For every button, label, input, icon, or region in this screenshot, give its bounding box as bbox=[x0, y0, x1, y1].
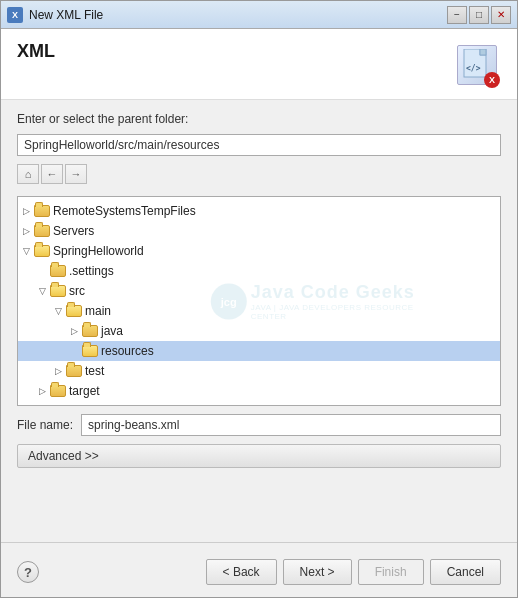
indent-1b bbox=[18, 281, 34, 301]
xml-file-icon: </> X bbox=[457, 45, 497, 85]
tree-item-src[interactable]: ▽ src bbox=[18, 281, 500, 301]
footer: ? < Back Next > Finish Cancel bbox=[1, 551, 517, 597]
expander-test: ▷ bbox=[50, 363, 66, 379]
label-servers: Servers bbox=[53, 224, 94, 238]
folder-path-input[interactable] bbox=[17, 134, 501, 156]
file-name-row: File name: bbox=[17, 414, 501, 436]
indent-4c bbox=[50, 341, 66, 361]
tree-item-spring[interactable]: ▽ SpringHelloworld bbox=[18, 241, 500, 261]
back-nav-button[interactable]: < Back bbox=[206, 559, 277, 585]
label-test: test bbox=[85, 364, 104, 378]
title-bar: X New XML File − □ ✕ bbox=[1, 1, 517, 29]
tree-item-remote[interactable]: ▷ RemoteSystemsTempFiles bbox=[18, 201, 500, 221]
cancel-button[interactable]: Cancel bbox=[430, 559, 501, 585]
indent-3b bbox=[34, 321, 50, 341]
window-title: New XML File bbox=[29, 8, 103, 22]
indent-3c bbox=[50, 321, 66, 341]
tree-item-resources[interactable]: resources bbox=[18, 341, 500, 361]
folder-icon-test bbox=[66, 364, 82, 378]
folder-label: Enter or select the parent folder: bbox=[17, 112, 501, 126]
expander-java: ▷ bbox=[66, 323, 82, 339]
folder-icon-remote bbox=[34, 204, 50, 218]
tree-item-java[interactable]: ▷ java bbox=[18, 321, 500, 341]
indent-5b bbox=[34, 361, 50, 381]
header-section: XML </> X bbox=[1, 29, 517, 100]
indent-2a bbox=[18, 301, 34, 321]
dialog-window: X New XML File − □ ✕ XML </> X Ente bbox=[0, 0, 518, 598]
tree-item-servers[interactable]: ▷ Servers bbox=[18, 221, 500, 241]
dialog-title: XML bbox=[17, 41, 55, 62]
expander-servers: ▷ bbox=[18, 223, 34, 239]
indent-3a bbox=[18, 321, 34, 341]
indent-4a bbox=[18, 341, 34, 361]
title-bar-left: X New XML File bbox=[7, 7, 103, 23]
indent-2b bbox=[34, 301, 50, 321]
finish-button[interactable]: Finish bbox=[358, 559, 424, 585]
file-name-input[interactable] bbox=[81, 414, 501, 436]
tree-item-target[interactable]: ▷ target bbox=[18, 381, 500, 401]
label-remote: RemoteSystemsTempFiles bbox=[53, 204, 196, 218]
maximize-button[interactable]: □ bbox=[469, 6, 489, 24]
xml-icon-container: </> X bbox=[453, 41, 501, 89]
folder-icon-main bbox=[66, 304, 82, 318]
expander-src: ▽ bbox=[34, 283, 50, 299]
folder-icon-resources bbox=[82, 344, 98, 358]
minimize-button[interactable]: − bbox=[447, 6, 467, 24]
folder-icon-spring bbox=[34, 244, 50, 258]
advanced-button[interactable]: Advanced >> bbox=[17, 444, 501, 468]
label-resources: resources bbox=[101, 344, 154, 358]
help-button[interactable]: ? bbox=[17, 561, 39, 583]
folder-tree[interactable]: jcg Java Code Geeks JAVA | JAVA DEVELOPE… bbox=[17, 196, 501, 406]
folder-icon-target bbox=[50, 384, 66, 398]
expander-resources bbox=[66, 343, 82, 359]
tree-item-test[interactable]: ▷ test bbox=[18, 361, 500, 381]
label-target: target bbox=[69, 384, 100, 398]
next-nav-button[interactable]: Next > bbox=[283, 559, 352, 585]
indent-6a bbox=[18, 381, 34, 401]
forward-button[interactable]: → bbox=[65, 164, 87, 184]
svg-rect-2 bbox=[480, 49, 486, 55]
expander-spring: ▽ bbox=[18, 243, 34, 259]
svg-text:</>: </> bbox=[466, 64, 481, 73]
expander-settings bbox=[34, 263, 50, 279]
label-main: main bbox=[85, 304, 111, 318]
expander-main: ▽ bbox=[50, 303, 66, 319]
footer-buttons: < Back Next > Finish Cancel bbox=[206, 559, 501, 585]
expander-target: ▷ bbox=[34, 383, 50, 399]
label-spring: SpringHelloworld bbox=[53, 244, 144, 258]
tree-toolbar: ⌂ ← → bbox=[17, 164, 501, 184]
folder-icon-java bbox=[82, 324, 98, 338]
label-src: src bbox=[69, 284, 85, 298]
indent-1a bbox=[18, 261, 34, 281]
label-settings: .settings bbox=[69, 264, 114, 278]
indent-5a bbox=[18, 361, 34, 381]
close-button[interactable]: ✕ bbox=[491, 6, 511, 24]
title-controls: − □ ✕ bbox=[447, 6, 511, 24]
folder-icon-servers bbox=[34, 224, 50, 238]
expander-remote: ▷ bbox=[18, 203, 34, 219]
xml-badge: X bbox=[484, 72, 500, 88]
indent-4b bbox=[34, 341, 50, 361]
footer-separator bbox=[1, 542, 517, 543]
folder-icon-src bbox=[50, 284, 66, 298]
back-button[interactable]: ← bbox=[41, 164, 63, 184]
window-icon: X bbox=[7, 7, 23, 23]
tree-item-main[interactable]: ▽ main bbox=[18, 301, 500, 321]
home-button[interactable]: ⌂ bbox=[17, 164, 39, 184]
spacer bbox=[1, 480, 517, 542]
folder-icon-settings bbox=[50, 264, 66, 278]
label-java: java bbox=[101, 324, 123, 338]
file-name-label: File name: bbox=[17, 418, 73, 432]
main-area: Enter or select the parent folder: ⌂ ← →… bbox=[1, 100, 517, 480]
tree-item-settings[interactable]: .settings bbox=[18, 261, 500, 281]
